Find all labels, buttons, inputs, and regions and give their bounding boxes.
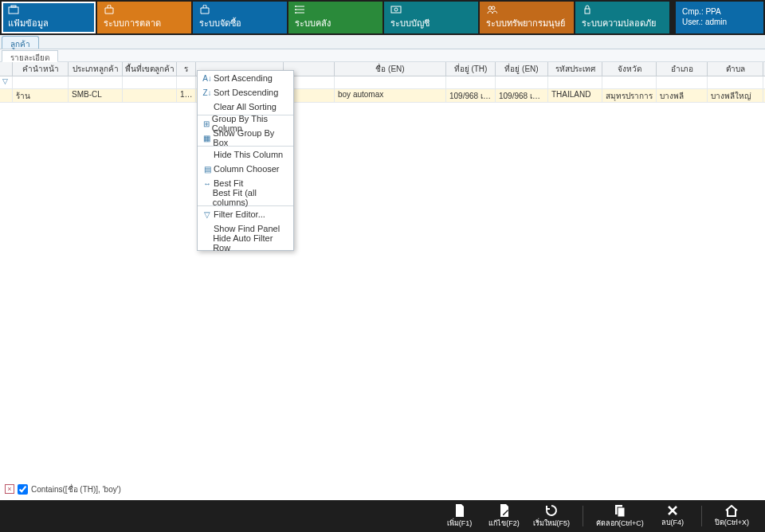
menu-column-chooser[interactable]: ▤Column Chooser: [198, 162, 293, 176]
menu-sort-ascending[interactable]: A↓Sort Ascending: [198, 71, 293, 85]
briefcase-icon: [8, 5, 89, 14]
auto-filter-row: ▽: [0, 76, 765, 89]
ribbon-tile-file[interactable]: แฟ้มข้อมูล: [2, 2, 96, 33]
filter-cell[interactable]: [657, 76, 708, 89]
copy-icon: [614, 503, 626, 518]
user-value: admin: [705, 18, 727, 26]
svg-point-2: [295, 6, 296, 7]
menu-show-group-box[interactable]: ▦Show Group By Box: [198, 131, 293, 145]
column-context-menu: A↓Sort Ascending Z↓Sort Descending Clear…: [197, 70, 294, 251]
filter-enabled-checkbox[interactable]: [18, 484, 28, 495]
filter-cell[interactable]: [708, 76, 763, 89]
cell: THAILAND: [548, 89, 602, 102]
svg-rect-9: [585, 9, 590, 14]
menu-clear-sorting[interactable]: Clear All Sorting: [198, 100, 293, 114]
grid-header[interactable]: ที่อยู่ (TH): [446, 62, 496, 76]
grid-header[interactable]: จังหวัด: [602, 62, 657, 76]
ribbon-tile-security[interactable]: ระบบความปลอดภัย: [575, 2, 669, 33]
btn-label: ปิด(Ctrl+X): [715, 517, 749, 528]
btn-label: แก้ไข(F2): [488, 518, 520, 529]
svg-rect-1: [11, 6, 16, 7]
ribbon-label: ระบบทรัพยากรมนุษย์: [486, 16, 567, 30]
sort-asc-icon: A↓: [201, 74, 214, 83]
grid-header[interactable]: ประเภทลูกค้า: [69, 62, 123, 76]
cell: ร้าน: [13, 89, 69, 102]
add-button[interactable]: เพิ่ม(F1): [444, 503, 476, 529]
ribbon-label: ระบบการตลาด: [104, 16, 185, 30]
data-grid: คำนำหน้า ประเภทลูกค้า พื้นที่เขตลูกค้า ร…: [0, 62, 765, 103]
cell: สมุทรปราการ: [602, 89, 657, 102]
bag-icon: [199, 5, 280, 14]
filter-cell[interactable]: [602, 76, 657, 89]
cell: [123, 89, 177, 102]
home-icon: [724, 504, 739, 517]
menu-label: Column Chooser: [214, 164, 280, 174]
filter-cell[interactable]: [177, 76, 196, 89]
filter-cell[interactable]: [496, 76, 548, 89]
group-icon: ⊞: [201, 119, 212, 128]
ribbon-tile-accounting[interactable]: ระบบบัญชี: [384, 2, 478, 33]
filter-cell[interactable]: [123, 76, 177, 89]
ribbon-tile-hr[interactable]: ระบบทรัพยากรมนุษย์: [480, 2, 574, 33]
btn-label: ลบ(F4): [661, 517, 685, 528]
lock-icon: [582, 5, 663, 14]
menu-label: Show Find Panel: [214, 224, 280, 233]
grid-header[interactable]: ตำบล: [708, 62, 763, 76]
ribbon-tile-purchase[interactable]: ระบบจัดซื้อ: [193, 2, 287, 33]
menu-label: Show Group By Box: [213, 128, 288, 147]
filter-cell[interactable]: [69, 76, 123, 89]
filter-expression[interactable]: Contains([ชื่อ (TH)], 'boy'): [31, 483, 121, 495]
grid-header[interactable]: พื้นที่เขตลูกค้า: [123, 62, 177, 76]
clear-filter-button[interactable]: ×: [5, 484, 14, 494]
toolbar-separator: [701, 506, 702, 526]
sub-tab-details[interactable]: รายละเอียด: [2, 50, 58, 62]
menu-sort-descending[interactable]: Z↓Sort Descending: [198, 85, 293, 100]
menu-label: Clear All Sorting: [214, 102, 277, 111]
cell: boy automax: [335, 89, 446, 102]
btn-label: เริ่มใหม่(F5): [533, 518, 571, 529]
grid-filter-bar: × Contains([ชื่อ (TH)], 'boy'): [5, 483, 760, 495]
cell: บางพลีใหญ่: [708, 89, 763, 102]
people-icon: [486, 5, 567, 14]
ribbon-tile-inventory[interactable]: ระบบคลัง: [288, 2, 382, 33]
grid-header[interactable]: คำนำหน้า: [13, 62, 69, 76]
menu-label: Best Fit (all columns): [213, 188, 288, 207]
grid-header[interactable]: ที่อยู่ (EN): [496, 62, 548, 76]
menu-label: Sort Descending: [214, 88, 278, 97]
ribbon-tile-marketing[interactable]: ระบบการตลาด: [97, 2, 191, 33]
user-label: User.:: [682, 18, 703, 26]
filter-cell[interactable]: [446, 76, 496, 89]
refresh-button[interactable]: เริ่มใหม่(F5): [533, 503, 571, 529]
menu-label: Best Fit: [214, 178, 243, 188]
close-button[interactable]: ปิด(Ctrl+X): [715, 504, 749, 528]
svg-rect-11: [618, 507, 625, 517]
menu-hide-auto-filter[interactable]: Hide Auto Filter Row: [198, 236, 293, 250]
cell: SMB-CL: [69, 89, 123, 102]
svg-rect-0: [9, 7, 18, 14]
menu-best-fit-all[interactable]: Best Fit (all columns): [198, 190, 293, 205]
doc-tab-customers[interactable]: ลูกค้า: [2, 36, 39, 49]
file-plus-icon: [453, 503, 466, 518]
grid-header[interactable]: อำเภอ: [657, 62, 708, 76]
filter-cell[interactable]: [335, 76, 446, 89]
ribbon-label: ระบบความปลอดภัย: [582, 16, 663, 30]
refresh-icon: [544, 503, 559, 518]
menu-filter-editor[interactable]: ▽Filter Editor...: [198, 207, 293, 221]
copy-button[interactable]: คัดลอก(Ctrl+C): [596, 503, 644, 529]
ribbon-label: ระบบจัดซื้อ: [199, 16, 280, 30]
grid-header-indicator[interactable]: [0, 62, 13, 76]
delete-button[interactable]: ลบ(F4): [657, 504, 688, 528]
svg-point-7: [488, 6, 492, 10]
grid-header[interactable]: ร: [177, 62, 196, 76]
filter-cell[interactable]: [548, 76, 602, 89]
grid-header[interactable]: รหัสประเทศ: [548, 62, 602, 76]
bag-icon: [104, 5, 185, 14]
edit-button[interactable]: แก้ไข(F2): [488, 503, 520, 529]
cell: บางพลี: [657, 89, 708, 102]
top-ribbon: แฟ้มข้อมูล ระบบการตลาด ระบบจัดซื้อ ระบบค…: [0, 0, 765, 35]
filter-cell[interactable]: [13, 76, 69, 89]
menu-hide-column[interactable]: Hide This Column: [198, 147, 293, 162]
table-row[interactable]: ร้าน SMB-CL 10-00 boy automax 109/968 เช…: [0, 89, 765, 103]
grid-header[interactable]: ชื่อ (EN): [335, 62, 446, 76]
svg-point-3: [295, 9, 296, 10]
